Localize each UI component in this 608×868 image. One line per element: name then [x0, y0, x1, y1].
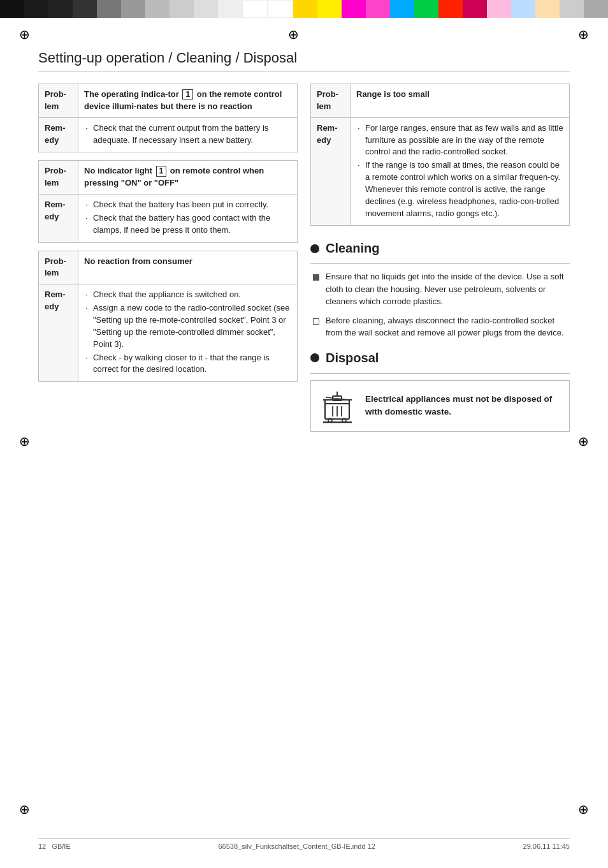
cleaning-section-header: Cleaning	[310, 241, 570, 256]
problem-title-3: No reaction from consumer	[78, 251, 298, 284]
table-row: Rem-edy Check that the current output fr…	[39, 117, 298, 152]
list-item: Check that the appliance is switched on.	[84, 289, 291, 301]
cleaning-item-1: Ensure that no liquids get into the insi…	[326, 270, 570, 308]
page-footer: 12 GB/IE 66538_silv_Funkschaltset_Conten…	[38, 838, 570, 850]
table-row: Rem-edy Check that the battery has been …	[39, 195, 298, 243]
reg-mark-top-center: ⊕	[288, 27, 299, 42]
indicator-box-2: 1	[156, 166, 167, 176]
page-title: Setting-up operation / Cleaning / Dispos…	[38, 50, 570, 72]
problem-label-2: Prob-lem	[39, 161, 78, 195]
remedy-content-3: Check that the appliance is switched on.…	[78, 284, 298, 382]
bullet-filled-icon	[313, 272, 319, 284]
list-item: Before cleaning, always disconnect the r…	[310, 314, 570, 339]
disposal-divider	[310, 373, 570, 374]
problem-title-2: No indicator light 1 on remote control w…	[78, 161, 298, 195]
remedy-label-right: Rem-edy	[311, 117, 351, 226]
remedy-content-right: For large ranges, ensure that as few wal…	[351, 117, 570, 226]
list-item: Ensure that no liquids get into the insi…	[310, 270, 570, 308]
problem-table-right: Prob-lem Range is too small Rem-edy For …	[310, 84, 570, 226]
problem-title-1: The operating indica-tor 1 on the remote…	[78, 84, 298, 118]
disposal-bullet	[310, 353, 319, 362]
list-item: Assign a new code to the radio-controlle…	[84, 302, 291, 350]
problem-table-1: Prob-lem The operating indica-tor 1 on t…	[38, 84, 298, 152]
table-row: Rem-edy For large ranges, ensure that as…	[311, 117, 570, 226]
remedy-label-1: Rem-edy	[39, 117, 78, 152]
table-row: Prob-lem The operating indica-tor 1 on t…	[39, 84, 298, 118]
cleaning-bullet	[310, 244, 319, 253]
cleaning-list: Ensure that no liquids get into the insi…	[310, 270, 570, 339]
list-item: Check that the battery has good contact …	[84, 212, 291, 237]
problem-label-1: Prob-lem	[39, 84, 78, 118]
bullet-empty-icon	[313, 316, 319, 328]
problem-label-right: Prob-lem	[311, 84, 351, 118]
cleaning-title: Cleaning	[326, 241, 379, 256]
main-layout: Prob-lem The operating indica-tor 1 on t…	[38, 84, 570, 432]
reg-mark-mid-right: ⊕	[578, 434, 589, 449]
color-bar	[0, 0, 608, 18]
left-column: Prob-lem The operating indica-tor 1 on t…	[38, 84, 298, 432]
cleaning-divider	[310, 263, 570, 264]
cleaning-item-2: Before cleaning, always disconnect the r…	[326, 314, 570, 339]
list-item: Check that the battery has been put in c…	[84, 199, 291, 211]
disposal-text: Electrical appliances must not be dispos…	[365, 393, 560, 419]
list-item: If the range is too small at times, the …	[356, 159, 563, 219]
remedy-content-1: Check that the current output from the b…	[78, 117, 298, 152]
table-row: Prob-lem No reaction from consumer	[39, 251, 298, 284]
remedy-label-2: Rem-edy	[39, 195, 78, 243]
problem-title-right: Range is too small	[351, 84, 570, 118]
footer-file: 66538_silv_Funkschaltset_Content_GB-IE.i…	[218, 842, 375, 850]
problem-label-3: Prob-lem	[39, 251, 78, 284]
reg-mark-top-right: ⊕	[578, 27, 589, 42]
problem-table-2: Prob-lem No indicator light 1 on remote …	[38, 160, 298, 242]
disposal-title: Disposal	[326, 351, 379, 365]
indicator-box-1: 1	[182, 89, 193, 99]
table-row: Rem-edy Check that the appliance is swit…	[39, 284, 298, 382]
right-column: Prob-lem Range is too small Rem-edy For …	[310, 84, 570, 432]
disposal-section-header: Disposal	[310, 351, 570, 365]
remedy-content-2: Check that the battery has been put in c…	[78, 195, 298, 243]
table-row: Prob-lem No indicator light 1 on remote …	[39, 161, 298, 195]
list-item: Check that the current output from the b…	[84, 122, 291, 147]
remedy-label-3: Rem-edy	[39, 284, 78, 382]
reg-mark-top-left: ⊕	[19, 27, 30, 42]
reg-mark-bottom-right: ⊕	[578, 802, 589, 817]
reg-mark-bottom-left: ⊕	[19, 802, 30, 817]
list-item: For large ranges, ensure that as few wal…	[356, 122, 563, 159]
disposal-box: Electrical appliances must not be dispos…	[310, 380, 570, 432]
table-row: Prob-lem Range is too small	[311, 84, 570, 118]
list-item: Check - by walking closer to it - that t…	[84, 352, 291, 376]
weee-icon	[320, 388, 355, 423]
footer-date: 29.06.11 11:45	[523, 842, 570, 850]
footer-page-number: 12 GB/IE	[38, 842, 71, 850]
problem-table-3: Prob-lem No reaction from consumer Rem-e…	[38, 251, 298, 383]
reg-mark-mid-left: ⊕	[19, 434, 30, 449]
